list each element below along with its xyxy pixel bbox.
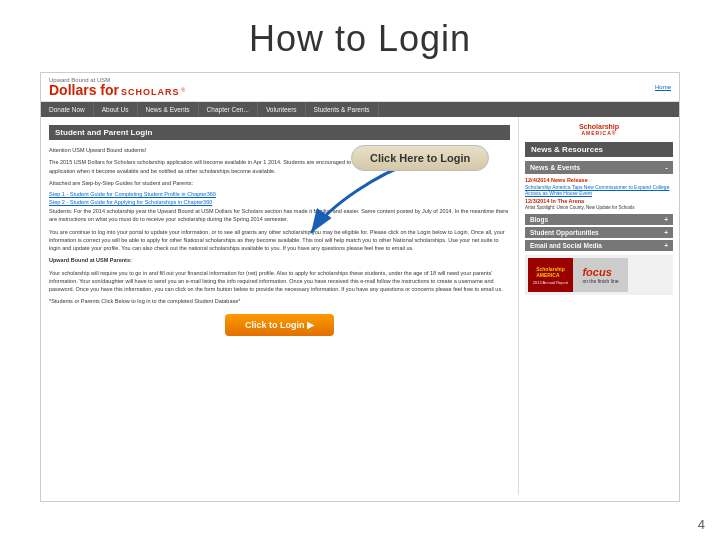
page-number: 4	[698, 517, 705, 532]
logo-reg: ®	[181, 87, 185, 93]
email-social-bar[interactable]: Email and Social Media +	[525, 240, 673, 251]
website-mockup: Upward Bound at USM Dollars for SCHOLARS…	[41, 73, 679, 501]
annual-report-year: 2013 Annual Report	[533, 280, 568, 285]
student-opportunities-bar[interactable]: Student Opportunities +	[525, 227, 673, 238]
annual-report-right: focus on the finish line	[573, 258, 628, 292]
click-here-login-button[interactable]: Click Here to Login	[351, 145, 489, 171]
america-text: AMERICA®	[525, 130, 673, 136]
login-btn-container: Click to Login ▶	[49, 314, 510, 336]
nav-news[interactable]: News & Events	[138, 102, 199, 117]
bottom-note: *Students or Parents Click Below to log …	[49, 297, 510, 305]
news-resources-title: News & Resources	[525, 142, 673, 157]
site-header: Upward Bound at USM Dollars for SCHOLARS…	[41, 73, 679, 102]
scholarship-logo: Scholarship AMERICA®	[525, 123, 673, 136]
logo-scholars: SCHOLARS	[121, 87, 180, 97]
home-link[interactable]: Home	[655, 84, 671, 90]
screenshot-container: Upward Bound at USM Dollars for SCHOLARS…	[40, 72, 680, 502]
body5-title: Upward Bound at USM Parents:	[49, 256, 510, 264]
annual-report-inner: ScholarshipAMERICA 2013 Annual Report fo…	[525, 255, 673, 295]
nav-chapter[interactable]: Chapter Cen...	[199, 102, 258, 117]
student-opp-toggle[interactable]: +	[664, 229, 668, 236]
student-opp-label: Student Opportunities	[530, 229, 599, 236]
focus-text: focus	[582, 266, 618, 278]
right-column: Scholarship AMERICA® News & Resources Ne…	[519, 117, 679, 495]
finish-text: on the finish line	[582, 278, 618, 284]
news-events-label: News & Events	[530, 164, 580, 171]
news-date-1: 12/4/2014 News Release	[525, 177, 673, 183]
nav-volunteers[interactable]: Volunteers	[258, 102, 306, 117]
nav-students[interactable]: Students & Parents	[306, 102, 379, 117]
page-title: How to Login	[0, 0, 720, 72]
login-button[interactable]: Click to Login ▶	[225, 314, 334, 336]
email-social-label: Email and Social Media	[530, 242, 602, 249]
section-title: Student and Parent Login	[49, 125, 510, 140]
news-link-1[interactable]: Scholarship America Taps New Commissione…	[525, 184, 673, 196]
news-date-2: 12/3/2014 In The Arena	[525, 198, 673, 204]
site-nav: Donate Now About Us News & Events Chapte…	[41, 102, 679, 117]
site-logo: Upward Bound at USM Dollars for SCHOLARS…	[49, 77, 185, 97]
news-events-toggle[interactable]: -	[665, 163, 668, 172]
blogs-toggle[interactable]: +	[664, 216, 668, 223]
scholarship-text: Scholarship	[525, 123, 673, 130]
body5-text: Your scholarship will require you to go …	[49, 269, 510, 294]
blogs-bar[interactable]: Blogs +	[525, 214, 673, 225]
logo-dollars: Dollars for	[49, 82, 119, 98]
nav-about[interactable]: About Us	[94, 102, 138, 117]
news-events-bar[interactable]: News & Events -	[525, 161, 673, 174]
annual-report-left: ScholarshipAMERICA 2013 Annual Report	[528, 258, 573, 292]
nav-donate[interactable]: Donate Now	[41, 102, 94, 117]
blogs-label: Blogs	[530, 216, 548, 223]
news-text-2: Artist Spotlight: Union County, New Upda…	[525, 205, 673, 210]
email-social-toggle[interactable]: +	[664, 242, 668, 249]
annual-report-box: ScholarshipAMERICA 2013 Annual Report fo…	[525, 255, 673, 295]
